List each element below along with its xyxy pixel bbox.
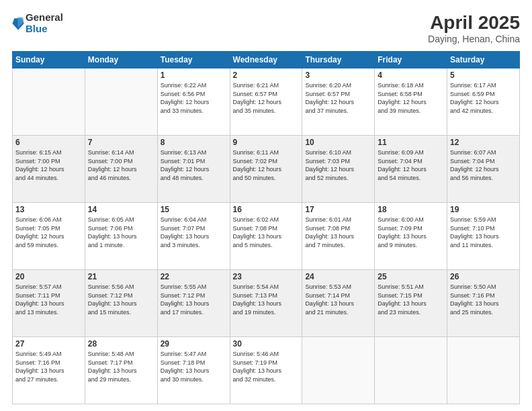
calendar-cell: 10Sunrise: 6:10 AM Sunset: 7:03 PM Dayli… [302, 136, 375, 203]
calendar-cell: 1Sunrise: 6:22 AM Sunset: 6:56 PM Daylig… [157, 68, 230, 136]
calendar-cell: 30Sunrise: 5:46 AM Sunset: 7:19 PM Dayli… [230, 337, 302, 404]
weekday-header: Wednesday [230, 52, 302, 68]
calendar-cell: 27Sunrise: 5:49 AM Sunset: 7:16 PM Dayli… [13, 337, 85, 404]
day-info: Sunrise: 6:06 AM Sunset: 7:05 PM Dayligh… [15, 216, 82, 249]
day-number: 14 [88, 205, 154, 214]
calendar-cell: 7Sunrise: 6:14 AM Sunset: 7:00 PM Daylig… [85, 136, 157, 203]
day-number: 3 [305, 71, 371, 80]
weekday-header: Friday [375, 52, 447, 68]
day-info: Sunrise: 6:17 AM Sunset: 6:59 PM Dayligh… [450, 81, 517, 115]
logo-general: General [26, 12, 63, 24]
day-number: 30 [233, 339, 300, 349]
weekday-header: Tuesday [157, 52, 230, 68]
calendar-cell: 2Sunrise: 6:21 AM Sunset: 6:57 PM Daylig… [230, 68, 302, 136]
weekday-header: Saturday [447, 52, 520, 68]
calendar-cell: 16Sunrise: 6:02 AM Sunset: 7:08 PM Dayli… [230, 203, 302, 270]
day-number: 15 [161, 205, 227, 214]
subtitle: Daying, Henan, China [428, 34, 520, 44]
day-number: 25 [378, 272, 444, 281]
day-info: Sunrise: 5:55 AM Sunset: 7:12 PM Dayligh… [161, 283, 227, 316]
calendar-cell: 19Sunrise: 5:59 AM Sunset: 7:10 PM Dayli… [447, 203, 520, 270]
calendar-cell: 21Sunrise: 5:56 AM Sunset: 7:12 PM Dayli… [85, 270, 157, 337]
logo-blue: Blue [26, 24, 63, 35]
day-number: 1 [161, 71, 227, 80]
calendar-cell: 4Sunrise: 6:18 AM Sunset: 6:58 PM Daylig… [375, 68, 447, 136]
day-number: 2 [233, 71, 300, 80]
calendar-cell: 20Sunrise: 5:57 AM Sunset: 7:11 PM Dayli… [13, 270, 85, 337]
day-number: 4 [378, 71, 444, 80]
day-info: Sunrise: 5:46 AM Sunset: 7:19 PM Dayligh… [233, 350, 300, 383]
calendar-cell: 29Sunrise: 5:47 AM Sunset: 7:18 PM Dayli… [157, 337, 230, 404]
page: General Blue April 2025 Daying, Henan, C… [0, 0, 532, 411]
day-info: Sunrise: 5:47 AM Sunset: 7:18 PM Dayligh… [161, 350, 227, 383]
day-number: 16 [233, 205, 300, 214]
day-number: 29 [161, 339, 227, 349]
calendar-cell: 11Sunrise: 6:09 AM Sunset: 7:04 PM Dayli… [375, 136, 447, 203]
day-number: 21 [88, 272, 154, 281]
day-number: 10 [305, 138, 371, 147]
day-info: Sunrise: 6:09 AM Sunset: 7:04 PM Dayligh… [378, 148, 444, 182]
calendar-cell: 5Sunrise: 6:17 AM Sunset: 6:59 PM Daylig… [447, 68, 520, 136]
day-info: Sunrise: 6:02 AM Sunset: 7:08 PM Dayligh… [233, 216, 300, 249]
calendar-cell: 9Sunrise: 6:11 AM Sunset: 7:02 PM Daylig… [230, 136, 302, 203]
day-number: 7 [88, 138, 154, 147]
title-block: April 2025 Daying, Henan, China [428, 12, 520, 44]
logo-icon [12, 16, 24, 31]
day-info: Sunrise: 6:05 AM Sunset: 7:06 PM Dayligh… [88, 216, 154, 249]
day-info: Sunrise: 6:14 AM Sunset: 7:00 PM Dayligh… [88, 148, 154, 182]
calendar-cell: 23Sunrise: 5:54 AM Sunset: 7:13 PM Dayli… [230, 270, 302, 337]
calendar-cell [447, 337, 520, 404]
calendar-cell: 12Sunrise: 6:07 AM Sunset: 7:04 PM Dayli… [447, 136, 520, 203]
day-number: 13 [15, 205, 82, 214]
day-number: 27 [15, 339, 82, 349]
day-number: 20 [15, 272, 82, 281]
calendar-cell: 24Sunrise: 5:53 AM Sunset: 7:14 PM Dayli… [302, 270, 375, 337]
day-number: 23 [233, 272, 300, 281]
calendar-cell [375, 337, 447, 404]
weekday-header: Thursday [302, 52, 375, 68]
calendar-cell: 6Sunrise: 6:15 AM Sunset: 7:00 PM Daylig… [13, 136, 85, 203]
weekday-header: Monday [85, 52, 157, 68]
day-number: 26 [450, 272, 517, 281]
calendar: SundayMondayTuesdayWednesdayThursdayFrid… [12, 51, 520, 404]
day-info: Sunrise: 6:07 AM Sunset: 7:04 PM Dayligh… [450, 148, 517, 182]
calendar-cell: 28Sunrise: 5:48 AM Sunset: 7:17 PM Dayli… [85, 337, 157, 404]
calendar-cell: 14Sunrise: 6:05 AM Sunset: 7:06 PM Dayli… [85, 203, 157, 270]
day-number: 28 [88, 339, 154, 349]
weekday-header-row: SundayMondayTuesdayWednesdayThursdayFrid… [13, 52, 520, 68]
calendar-cell: 3Sunrise: 6:20 AM Sunset: 6:57 PM Daylig… [302, 68, 375, 136]
calendar-week-row: 6Sunrise: 6:15 AM Sunset: 7:00 PM Daylig… [13, 136, 520, 203]
calendar-cell: 17Sunrise: 6:01 AM Sunset: 7:08 PM Dayli… [302, 203, 375, 270]
calendar-week-row: 27Sunrise: 5:49 AM Sunset: 7:16 PM Dayli… [13, 337, 520, 404]
day-info: Sunrise: 5:57 AM Sunset: 7:11 PM Dayligh… [15, 283, 82, 316]
day-number: 11 [378, 138, 444, 147]
day-info: Sunrise: 5:49 AM Sunset: 7:16 PM Dayligh… [15, 350, 82, 383]
calendar-cell [302, 337, 375, 404]
day-number: 17 [305, 205, 371, 214]
day-info: Sunrise: 5:59 AM Sunset: 7:10 PM Dayligh… [450, 216, 517, 249]
calendar-week-row: 1Sunrise: 6:22 AM Sunset: 6:56 PM Daylig… [13, 68, 520, 136]
calendar-cell: 22Sunrise: 5:55 AM Sunset: 7:12 PM Dayli… [157, 270, 230, 337]
calendar-week-row: 20Sunrise: 5:57 AM Sunset: 7:11 PM Dayli… [13, 270, 520, 337]
day-info: Sunrise: 5:48 AM Sunset: 7:17 PM Dayligh… [88, 350, 154, 383]
day-number: 12 [450, 138, 517, 147]
day-info: Sunrise: 6:04 AM Sunset: 7:07 PM Dayligh… [161, 216, 227, 249]
calendar-cell: 26Sunrise: 5:50 AM Sunset: 7:16 PM Dayli… [447, 270, 520, 337]
day-number: 9 [233, 138, 300, 147]
day-number: 6 [15, 138, 82, 147]
day-info: Sunrise: 5:56 AM Sunset: 7:12 PM Dayligh… [88, 283, 154, 316]
day-info: Sunrise: 6:20 AM Sunset: 6:57 PM Dayligh… [305, 81, 371, 115]
calendar-cell: 13Sunrise: 6:06 AM Sunset: 7:05 PM Dayli… [13, 203, 85, 270]
day-info: Sunrise: 6:18 AM Sunset: 6:58 PM Dayligh… [378, 81, 444, 115]
calendar-cell [85, 68, 157, 136]
day-info: Sunrise: 5:50 AM Sunset: 7:16 PM Dayligh… [450, 283, 517, 316]
logo: General Blue [12, 12, 63, 34]
day-number: 8 [161, 138, 227, 147]
day-number: 5 [450, 71, 517, 80]
day-info: Sunrise: 6:22 AM Sunset: 6:56 PM Dayligh… [161, 81, 227, 115]
month-title: April 2025 [428, 12, 520, 34]
day-info: Sunrise: 6:21 AM Sunset: 6:57 PM Dayligh… [233, 81, 300, 115]
day-info: Sunrise: 6:01 AM Sunset: 7:08 PM Dayligh… [305, 216, 371, 249]
calendar-cell: 18Sunrise: 6:00 AM Sunset: 7:09 PM Dayli… [375, 203, 447, 270]
day-info: Sunrise: 6:13 AM Sunset: 7:01 PM Dayligh… [161, 148, 227, 182]
